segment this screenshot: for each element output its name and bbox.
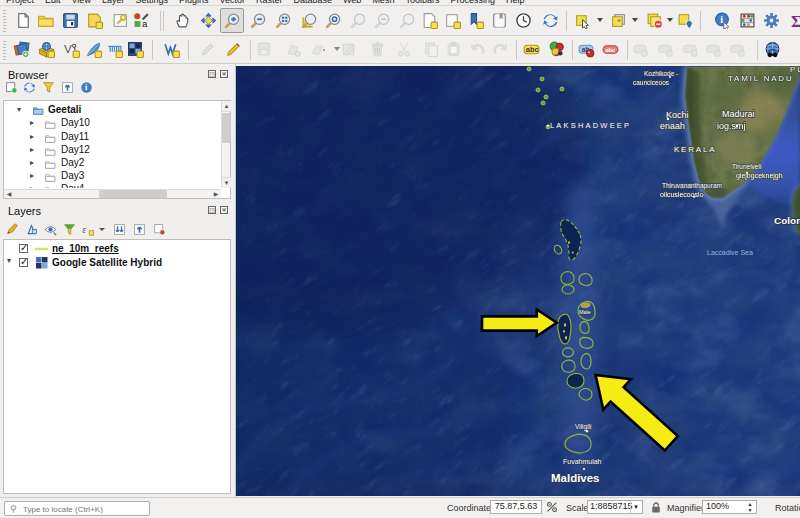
- svg-text:Σ: Σ: [791, 12, 800, 29]
- svg-text:Viligili: Viligili: [575, 423, 591, 431]
- svg-text:abc: abc: [526, 45, 539, 54]
- svg-text:Male: Male: [579, 309, 591, 315]
- svg-text:enaah: enaah: [660, 121, 685, 131]
- svg-text:Kochi: Kochi: [666, 110, 688, 120]
- svg-text:Madurai: Madurai: [722, 109, 754, 119]
- svg-text:Thiruvananthapuram: Thiruvananthapuram: [662, 182, 722, 190]
- svg-text:Fuvahmulah: Fuvahmulah: [563, 458, 602, 465]
- svg-text:ε: ε: [82, 224, 86, 235]
- svg-text:iog.smj: iog.smj: [717, 121, 745, 131]
- svg-text:oilcusiecooslo: oilcusiecooslo: [660, 191, 704, 198]
- svg-text:Laccadive Sea: Laccadive Sea: [707, 249, 753, 256]
- svg-text:i: i: [720, 14, 723, 25]
- svg-text:Maldives: Maldives: [551, 472, 600, 484]
- svg-text:PU: PU: [790, 66, 800, 74]
- svg-text:abc: abc: [605, 47, 616, 53]
- svg-text:KERALA: KERALA: [674, 145, 716, 154]
- svg-text:caunciceoos: caunciceoos: [633, 79, 670, 86]
- svg-text:Colom: Colom: [774, 215, 800, 226]
- svg-text:V: V: [64, 42, 72, 55]
- svg-text:a: a: [142, 18, 148, 29]
- svg-text:TAMIL NADU: TAMIL NADU: [728, 74, 794, 83]
- svg-text:Tirunelveli: Tirunelveli: [732, 163, 761, 170]
- svg-text:Kozhikode -: Kozhikode -: [644, 70, 678, 77]
- svg-text:glejbgceknejgh: glejbgceknejgh: [736, 172, 783, 180]
- svg-text:LAKSHADWEEP: LAKSHADWEEP: [550, 121, 631, 130]
